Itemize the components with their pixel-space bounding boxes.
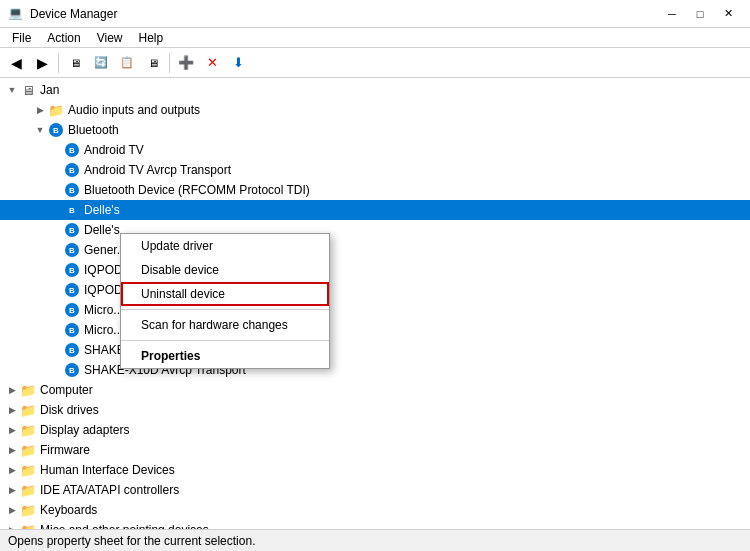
tree-item-diskdrives[interactable]: ▶ 📁 Disk drives (0, 400, 750, 420)
context-menu-sep-1 (121, 309, 329, 310)
tree-item-firmware[interactable]: ▶ 📁 Firmware (0, 440, 750, 460)
bt-icon: B (64, 162, 80, 178)
tree-item-micro1[interactable]: ▶ B Micro... (0, 300, 750, 320)
tree-label-bluetooth: Bluetooth (68, 123, 119, 137)
expand-displayadapters[interactable]: ▶ (4, 422, 20, 438)
tree-item-keyboards[interactable]: ▶ 📁 Keyboards (0, 500, 750, 520)
context-menu-properties[interactable]: Properties (121, 344, 329, 368)
bt-icon: B (64, 182, 80, 198)
tree-label-audio: Audio inputs and outputs (68, 103, 200, 117)
toolbar-scan[interactable]: 📋 (115, 51, 139, 75)
toolbar-forward[interactable]: ▶ (30, 51, 54, 75)
tree-label-delles2: Delle's (84, 223, 120, 237)
menu-bar: File Action View Help (0, 28, 750, 48)
tree-label-androidtv: Android TV (84, 143, 144, 157)
toolbar-properties[interactable]: 🖥 (63, 51, 87, 75)
tree-label-micro1: Micro... (84, 303, 123, 317)
tree-label-mice: Mice and other pointing devices (40, 523, 209, 529)
tree-item-delles1[interactable]: ▶ B Delle's (0, 200, 750, 220)
tree-item-btdevice[interactable]: ▶ B Bluetooth Device (RFCOMM Protocol TD… (0, 180, 750, 200)
folder-icon: 📁 (20, 402, 36, 418)
toolbar: ◀ ▶ 🖥 🔄 📋 🖥 ➕ ✕ ⬇ (0, 48, 750, 78)
bt-icon: B (64, 362, 80, 378)
main-content: ▼ 🖥 Jan ▶ 📁 Audio inputs and outputs ▼ B… (0, 78, 750, 529)
tree-label-delles1: Delle's (84, 203, 120, 217)
toolbar-back[interactable]: ◀ (4, 51, 28, 75)
folder-icon: 📁 (20, 462, 36, 478)
toolbar-remove[interactable]: ✕ (200, 51, 224, 75)
toolbar-refresh[interactable]: 🔄 (89, 51, 113, 75)
tree-item-bluetooth[interactable]: ▼ B Bluetooth (0, 120, 750, 140)
expand-audio[interactable]: ▶ (32, 102, 48, 118)
toolbar-sep-2 (169, 53, 170, 73)
toolbar-display[interactable]: 🖥 (141, 51, 165, 75)
tree-item-androidtvavrcp[interactable]: ▶ B Android TV Avrcp Transport (0, 160, 750, 180)
expand-hid[interactable]: ▶ (4, 462, 20, 478)
bt-icon: B (64, 202, 80, 218)
tree-label-diskdrives: Disk drives (40, 403, 99, 417)
close-button[interactable]: ✕ (714, 0, 742, 28)
tree-item-shake[interactable]: ▶ B SHAKE-... (0, 340, 750, 360)
tree-item-hid[interactable]: ▶ 📁 Human Interface Devices (0, 460, 750, 480)
context-menu-disable[interactable]: Disable device (121, 258, 329, 282)
expand-ide[interactable]: ▶ (4, 482, 20, 498)
folder-icon: 📁 (20, 522, 36, 529)
expand-jan[interactable]: ▼ (4, 82, 20, 98)
window-title: Device Manager (30, 7, 117, 21)
expand-diskdrives[interactable]: ▶ (4, 402, 20, 418)
tree-label-displayadapters: Display adapters (40, 423, 129, 437)
tree-label-btdevice: Bluetooth Device (RFCOMM Protocol TDI) (84, 183, 310, 197)
expand-firmware[interactable]: ▶ (4, 442, 20, 458)
tree-item-audio[interactable]: ▶ 📁 Audio inputs and outputs (0, 100, 750, 120)
tree-label-computer: Computer (40, 383, 93, 397)
folder-icon: 📁 (20, 442, 36, 458)
context-menu: Update driver Disable device Uninstall d… (120, 233, 330, 369)
app-icon: 💻 (8, 6, 24, 22)
bt-icon: B (64, 142, 80, 158)
tree-item-iqpod2[interactable]: ▶ B IQPOD... (0, 280, 750, 300)
menu-file[interactable]: File (4, 29, 39, 47)
tree-item-androidtv[interactable]: ▶ B Android TV (0, 140, 750, 160)
expand-keyboards[interactable]: ▶ (4, 502, 20, 518)
expand-bluetooth[interactable]: ▼ (32, 122, 48, 138)
tree-item-mice[interactable]: ▶ 📁 Mice and other pointing devices (0, 520, 750, 529)
tree-item-delles2[interactable]: ▶ B Delle's (0, 220, 750, 240)
folder-icon: 📁 (20, 482, 36, 498)
tree-item-micro2[interactable]: ▶ B Micro... (0, 320, 750, 340)
bt-icon: B (64, 282, 80, 298)
tree-item-generic[interactable]: ▶ B Gener... (0, 240, 750, 260)
context-menu-uninstall[interactable]: Uninstall device (121, 282, 329, 306)
bt-icon: B (64, 302, 80, 318)
tree-label-jan: Jan (40, 83, 59, 97)
menu-action[interactable]: Action (39, 29, 88, 47)
menu-help[interactable]: Help (131, 29, 172, 47)
bt-icon: B (64, 242, 80, 258)
title-bar-left: 💻 Device Manager (8, 6, 117, 22)
tree-label-hid: Human Interface Devices (40, 463, 175, 477)
tree-label-keyboards: Keyboards (40, 503, 97, 517)
menu-view[interactable]: View (89, 29, 131, 47)
expand-mice[interactable]: ▶ (4, 522, 20, 529)
context-menu-scan[interactable]: Scan for hardware changes (121, 313, 329, 337)
expand-computer[interactable]: ▶ (4, 382, 20, 398)
bt-icon: B (64, 342, 80, 358)
tree-item-shakex10d[interactable]: ▶ B SHAKE-X10D Avrcp Transport (0, 360, 750, 380)
tree-item-iqpod1[interactable]: ▶ B IQPOD... (0, 260, 750, 280)
status-bar: Opens property sheet for the current sel… (0, 529, 750, 551)
maximize-button[interactable]: □ (686, 0, 714, 28)
tree-item-jan[interactable]: ▼ 🖥 Jan (0, 80, 750, 100)
toolbar-help[interactable]: ⬇ (226, 51, 250, 75)
tree-item-displayadapters[interactable]: ▶ 📁 Display adapters (0, 420, 750, 440)
toolbar-add[interactable]: ➕ (174, 51, 198, 75)
tree-view[interactable]: ▼ 🖥 Jan ▶ 📁 Audio inputs and outputs ▼ B… (0, 78, 750, 529)
context-menu-sep-2 (121, 340, 329, 341)
minimize-button[interactable]: ─ (658, 0, 686, 28)
bt-icon: B (64, 322, 80, 338)
title-bar-controls: ─ □ ✕ (658, 0, 742, 28)
tree-label-ide: IDE ATA/ATAPI controllers (40, 483, 179, 497)
context-menu-update[interactable]: Update driver (121, 234, 329, 258)
tree-item-ide[interactable]: ▶ 📁 IDE ATA/ATAPI controllers (0, 480, 750, 500)
tree-item-computer[interactable]: ▶ 📁 Computer (0, 380, 750, 400)
folder-icon: 📁 (20, 502, 36, 518)
computer-icon: 🖥 (20, 82, 36, 98)
